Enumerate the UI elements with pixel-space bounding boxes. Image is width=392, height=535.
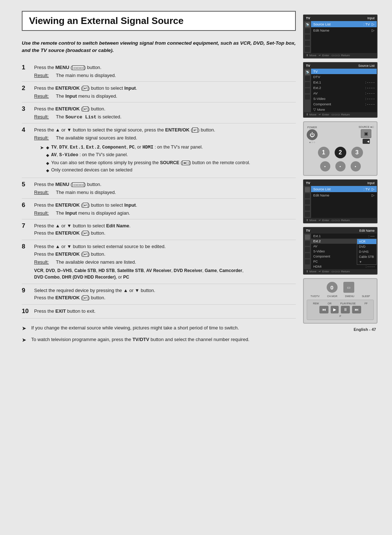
result-label-3: Result:	[34, 113, 53, 121]
screen1-tv-label: TV	[306, 16, 310, 20]
icon-dot-5	[305, 76, 310, 81]
more-buttons-row: ▪ ▪ ▪	[307, 161, 374, 171]
label-tvdtv: TV/DTV	[310, 295, 319, 297]
power-section: POWER ⏻ ●○○	[307, 126, 318, 143]
rew-btn[interactable]: ⏮	[319, 306, 328, 313]
extra-btn-2[interactable]: ▪	[335, 161, 346, 171]
step-10: 10 Press the EXIT button to exit.	[22, 305, 296, 318]
tip-text-1: If you change the external source while …	[31, 324, 239, 332]
icon-antenna-2: 📡	[305, 70, 310, 75]
step-instruction-4: Press the ▲ or ▼ button to select the si…	[34, 126, 296, 134]
extra-btn-3[interactable]: ▪	[351, 161, 361, 171]
footer-page: 47	[372, 327, 376, 332]
result-label-4: Result:	[34, 134, 53, 142]
icon-s5-3	[305, 247, 310, 252]
step-content-10: Press the EXIT button to exit.	[34, 308, 296, 316]
ff-btn[interactable]: ⏭	[352, 306, 361, 313]
menu-icon-btn[interactable]: ▭	[343, 282, 354, 293]
step-num-6: 6	[22, 202, 30, 209]
play-btn[interactable]: ▶	[331, 306, 339, 313]
step-result-1: Result: The main menu is displayed.	[34, 72, 296, 79]
tip-arrow-icon-2: ➤	[22, 336, 28, 344]
icon-dot-1	[305, 28, 310, 33]
indicator-dots: ●○○	[309, 141, 315, 143]
screen2-row-svideo: S-Video: - - - -	[311, 96, 377, 101]
screen1-body: 📡 Source List : TV ▷ Edit Name ▷	[304, 21, 377, 53]
screen2-row-ext1: Ext.1: - - - -	[311, 80, 377, 85]
screen5-tv-label: TV	[306, 229, 310, 232]
result-text-8: The available device names are listed.	[56, 259, 136, 266]
page-footer: English - 47	[303, 327, 377, 332]
step-content-5: Press the MENU (▭▭▭) button. Result: The…	[34, 181, 296, 196]
zero-btn[interactable]: 0	[327, 282, 338, 293]
label-dmenu: DMENU	[345, 295, 354, 297]
screen2-sourcelist-label: Source List	[358, 64, 375, 68]
note-item-4: ◆ Only connected devices can be selected	[46, 167, 250, 174]
icon-s5-1	[305, 235, 310, 240]
result-text-4: The available signal sources are listed.	[56, 134, 137, 142]
note-item-3: ◆ You can also set these options simply …	[46, 160, 250, 166]
step-5: 5 Press the MENU (▭▭▭) button. Result: T…	[22, 179, 296, 199]
source-button[interactable]: ▣	[361, 129, 371, 138]
title-box: Viewing an External Signal Source	[22, 11, 296, 31]
step-content-8: Press the ▲ or ▼ button to select extern…	[34, 243, 296, 281]
num-btn-2[interactable]: 2	[335, 147, 346, 158]
step-instruction-6: Press the ENTER/OK (↵) button to select …	[34, 202, 296, 209]
screen5-footer: ⬆ Move ↵ Enter ▭▭▭ Return	[304, 269, 377, 274]
note-item-2: ◆ AV, S-Video : on the TV's side panel.	[46, 152, 250, 159]
step-num-3: 3	[22, 105, 30, 113]
icon-dot-3	[305, 41, 310, 46]
remote-labels: TV/DTV CH.MGR DMENU SLEEP	[307, 295, 374, 297]
footer-language: English	[354, 327, 368, 332]
screen5-body: Ext.1: ---- Ext.2: AV: S-Video: Componen…	[304, 234, 377, 269]
icon-s5-5	[305, 259, 310, 264]
pause-btn[interactable]: ⏸	[341, 306, 350, 313]
popup-cablestb: Cable STB	[357, 254, 376, 259]
step-num-2: 2	[22, 85, 30, 92]
screen1-menu: Source List : TV ▷ Edit Name ▷	[311, 21, 377, 53]
screen4-empty	[311, 198, 377, 213]
intro-text: Use the remote control to switch between…	[22, 40, 296, 54]
result-label-5: Result:	[34, 189, 53, 196]
num-btn-1[interactable]: 1	[318, 147, 330, 158]
step-4-note-list: ◆ TV, DTV, Ext.1, Ext.2, Component, PC, …	[46, 144, 250, 175]
source-list-label: Source List	[313, 22, 331, 26]
step-instruction-3: Press the ENTER/OK (↵) button.	[34, 105, 296, 113]
step-result-2: Result: The Input menu is displayed.	[34, 93, 296, 100]
icon-s4-5	[305, 212, 310, 217]
step-content-9: Select the required device by pressing t…	[34, 287, 296, 302]
screen4-body: Source List: TV ▷ Edit Name▷	[304, 186, 377, 218]
num-btn-3[interactable]: 3	[351, 147, 363, 158]
step-instruction-9: Select the required device by pressing t…	[34, 287, 296, 301]
popup-dvhs: D-VHS	[357, 249, 376, 254]
source-indicator: ◀	[363, 139, 370, 144]
remote-bottom: 0 ▭ TV/DTV CH.MGR DMENU SLEEP REW OR PLA…	[303, 278, 377, 324]
step-content-6: Press the ENTER/OK (↵) button to select …	[34, 202, 296, 217]
icon-s4-4	[305, 206, 310, 211]
edit-name-label: Edit Name	[313, 28, 329, 32]
icon-s5-2	[305, 241, 310, 246]
number-buttons-row: 1 2 3	[307, 147, 374, 158]
note-text-1: TV, DTV, Ext.1, Ext.2, Component, PC, or…	[51, 144, 203, 151]
result-label-6: Result:	[34, 210, 53, 217]
screen2-footer: ⬆ Move ↵ Enter ▭▭▭ Return	[304, 112, 377, 117]
step-result-8: Result: The available device names are l…	[34, 259, 296, 266]
screen2-tv-label: TV	[306, 64, 310, 68]
step-8-extra: VCR, DVD, D–VHS, Cable STB, HD STB, Sate…	[34, 267, 296, 281]
screen4-tv-label: TV	[306, 181, 310, 185]
remote-control: POWER ⏻ ●○○ SOURCE ⬅□ ▣ ◀ 1	[303, 121, 377, 176]
extra-btn-1[interactable]: ▪	[320, 161, 330, 171]
power-button[interactable]: ⏻	[307, 129, 318, 140]
step-4-note-arrow: ➤ ◆ TV, DTV, Ext.1, Ext.2, Component, PC…	[40, 144, 296, 175]
note-item-1: ◆ TV, DTV, Ext.1, Ext.2, Component, PC, …	[46, 144, 250, 151]
media-section: REW OR PLAY/PAUSE FF ⏮ ▶ ⏸ ⏭ P	[307, 300, 374, 320]
screen4-row-source: Source List: TV ▷	[311, 186, 377, 192]
step-result-4: Result: The available signal sources are…	[34, 134, 296, 142]
step-instruction-2: Press the ENTER/OK (↵) button to select …	[34, 85, 296, 92]
s5-row-ext1: Ext.1: ----	[311, 234, 377, 239]
source-icon: ▣	[364, 131, 368, 136]
footer-separator: -	[368, 327, 372, 332]
step-content-2: Press the ENTER/OK (↵) button to select …	[34, 85, 296, 100]
screen2-row-av: AV: - - - -	[311, 90, 377, 96]
step-content-3: Press the ENTER/OK (↵) button. Result: T…	[34, 105, 296, 121]
